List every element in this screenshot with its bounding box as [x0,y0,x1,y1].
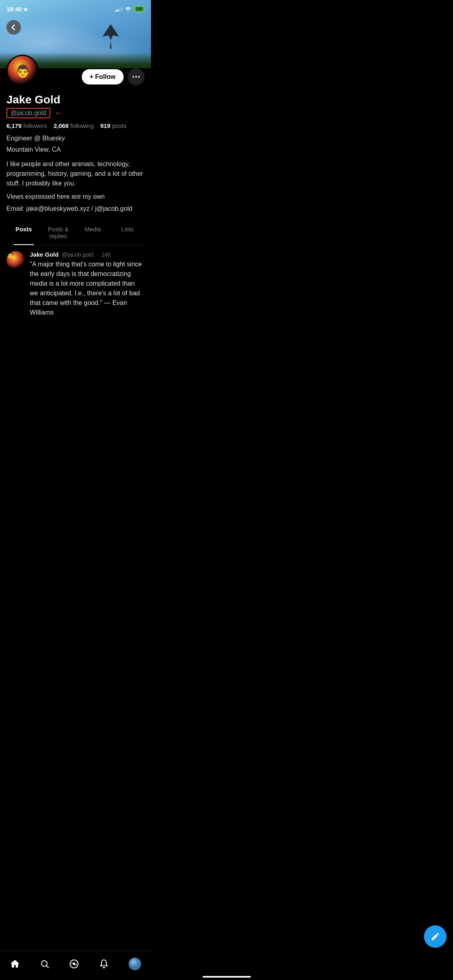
bio-email: Email: jake@blueskyweb.xyz / j@jacob.gol… [6,204,145,213]
stats-row: 6,179 followers 2,068 following 919 post… [6,122,145,129]
bio-text: I like people and other animals, technol… [6,159,145,188]
posts-label: posts [112,122,126,129]
chevron-left-icon [10,24,17,31]
profile-top-row: 👨 + Follow [6,68,145,93]
dot3 [138,76,140,78]
posts-count: 919 [100,122,110,129]
following-label: following [70,122,94,129]
followers-label: followers [23,122,47,129]
profile-tabs: Posts Posts & replies Media Lists [6,220,145,245]
location-icon [23,7,28,12]
following-stat: 2,068 following [54,122,94,129]
followers-stat: 6,179 followers [6,122,47,129]
post-handle: @jacob.gold [62,251,93,258]
tab-posts[interactable]: Posts [6,220,41,245]
followers-count: 6,179 [6,122,22,129]
time-label: 18:40 [6,6,22,12]
avatar-image: 👨 [8,56,37,86]
back-button[interactable] [6,20,21,35]
status-bar: 18:40 100 [0,0,151,16]
post-timestamp: 14h [101,251,111,258]
tab-lists[interactable]: Lists [110,220,145,245]
posts-stat: 919 posts [100,122,126,129]
post-avatar: 👨 [6,251,25,270]
bio-job: Engineer @ Bluesky [6,134,145,143]
follow-button[interactable]: + Follow [82,69,124,84]
post-user-line: Jake Gold @jacob.gold · 14h [30,251,145,258]
post-time: · [97,251,98,258]
post-content: "A major thing that's come to light sinc… [30,259,145,317]
tab-posts-replies[interactable]: Posts & replies [41,220,76,245]
dot2 [135,76,137,78]
post-meta: Jake Gold @jacob.gold · 14h "A major thi… [30,251,145,317]
bio-location: Mountain View, CA [6,145,145,154]
more-options-button[interactable] [128,68,145,85]
profile-name: Jake Gold [6,93,145,106]
handle-row: @jacob.gold ← [6,108,145,118]
post-avatar-image: 👨 [6,251,25,270]
following-count: 2,068 [54,122,69,129]
profile-handle: @jacob.gold [6,108,50,118]
battery-indicator: 100 [134,6,145,12]
bio-disclaimer: Views expressed here are my own [6,192,145,201]
tab-media[interactable]: Media [76,220,110,245]
profile-section: 👨 + Follow Jake Gold @jacob.gold ← 6,179… [0,68,151,245]
post-header: 👨 Jake Gold @jacob.gold · 14h "A major t… [6,251,145,317]
bird-icon [95,16,127,56]
status-time: 18:40 [6,6,28,12]
avatar: 👨 [6,55,39,87]
status-icons: 100 [115,6,145,12]
arrow-icon: ← [54,108,63,118]
signal-icon [115,7,122,12]
svg-point-0 [128,10,129,11]
post-item: 👨 Jake Gold @jacob.gold · 14h "A major t… [0,245,151,323]
action-buttons: + Follow [82,68,145,85]
dot1 [132,76,134,78]
post-username: Jake Gold [30,251,59,258]
wifi-icon [125,7,131,12]
